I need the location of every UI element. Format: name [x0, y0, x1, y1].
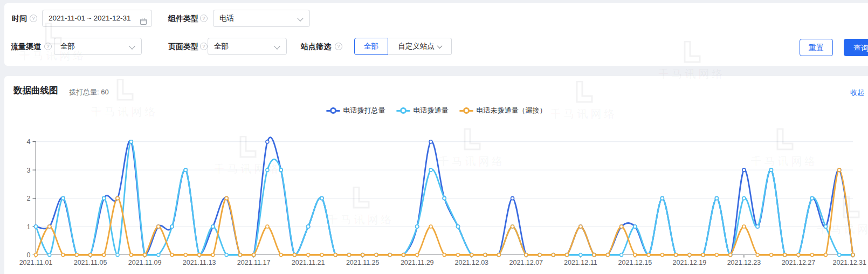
- svg-text:2021.12.03: 2021.12.03: [454, 259, 488, 266]
- svg-text:2021.11.13: 2021.11.13: [183, 259, 216, 266]
- reset-button[interactable]: 重置: [800, 39, 833, 56]
- svg-text:2021.11.29: 2021.11.29: [401, 259, 434, 266]
- calendar-icon[interactable]: [140, 15, 147, 31]
- site-filter-custom-label: 自定义站点: [398, 42, 435, 50]
- date-range-input[interactable]: 2021-11-01 ~ 2021-12-31: [42, 10, 152, 27]
- component-type-help-icon[interactable]: [200, 15, 208, 22]
- page-type-select[interactable]: 全部: [208, 38, 287, 55]
- dashboard-page: { "colors": { "primary": "#2468f2", "axi…: [0, 0, 868, 274]
- legend-label: 电话拨通量: [414, 106, 449, 115]
- svg-text:2021.12.23: 2021.12.23: [727, 259, 761, 266]
- traffic-channel-value: 全部: [60, 42, 75, 50]
- data-curve-card: 数据曲线图 拨打总量: 60 收起 电话拨打总量 电话拨通量 电话未拨通量（漏接…: [4, 76, 868, 274]
- chevron-down-icon: [274, 43, 280, 49]
- page-type-help-icon[interactable]: [200, 43, 208, 50]
- svg-text:2021.11.01: 2021.11.01: [19, 259, 53, 266]
- page-type-value: 全部: [214, 42, 229, 50]
- line-marker-icon: [396, 107, 410, 114]
- chart-legend: 电话拨打总量 电话拨通量 电话未拨通量（漏接）: [4, 106, 868, 115]
- filter-panel: 时间 2021-11-01 ~ 2021-12-31 组件类型 电话 流量渠道 …: [4, 3, 868, 66]
- svg-text:2021.11.09: 2021.11.09: [128, 259, 162, 266]
- traffic-channel-help-icon[interactable]: [44, 43, 52, 50]
- collapse-link[interactable]: 收起: [850, 88, 864, 98]
- svg-text:1: 1: [27, 223, 31, 231]
- site-filter-all-option[interactable]: 全部: [354, 38, 388, 55]
- svg-text:2021.12.07: 2021.12.07: [509, 259, 543, 266]
- legend-item-missed-calls[interactable]: 电话未拨通量（漏接）: [459, 106, 547, 115]
- page-type-label: 页面类型: [168, 38, 198, 55]
- svg-text:2021.11.05: 2021.11.05: [74, 259, 107, 266]
- legend-label: 电话拨打总量: [343, 106, 385, 115]
- svg-text:2: 2: [27, 195, 31, 202]
- svg-text:2021.11.21: 2021.11.21: [292, 259, 325, 266]
- site-filter-segmented: 全部 自定义站点: [354, 38, 452, 55]
- query-button[interactable]: 查询: [844, 39, 868, 56]
- time-help-icon[interactable]: [30, 15, 37, 22]
- traffic-channel-select[interactable]: 全部: [54, 38, 142, 55]
- svg-text:2021.12.27: 2021.12.27: [782, 259, 816, 266]
- svg-text:2021.11.25: 2021.11.25: [346, 259, 380, 266]
- site-filter-help-icon[interactable]: [335, 43, 342, 50]
- chart-total-calls: 拨打总量: 60: [69, 87, 109, 97]
- date-range-value: 2021-11-01 ~ 2021-12-31: [49, 14, 131, 22]
- chart-title: 数据曲线图: [13, 85, 58, 97]
- svg-text:2021.12.15: 2021.12.15: [618, 259, 652, 266]
- component-type-label: 组件类型: [168, 10, 198, 27]
- line-marker-icon: [459, 107, 473, 114]
- chevron-down-icon: [437, 43, 442, 49]
- svg-text:0: 0: [27, 251, 31, 259]
- legend-label: 电话未拨通量（漏接）: [477, 106, 547, 115]
- line-marker-icon: [326, 107, 340, 114]
- chevron-down-icon: [297, 15, 303, 21]
- component-type-value: 电话: [219, 14, 234, 22]
- legend-item-total-calls[interactable]: 电话拨打总量: [326, 106, 385, 115]
- component-type-select[interactable]: 电话: [213, 10, 310, 27]
- site-filter-label: 站点筛选: [301, 38, 331, 55]
- line-chart-plot[interactable]: 012342021.11.012021.11.052021.11.092021.…: [0, 124, 868, 274]
- svg-text:3: 3: [27, 167, 31, 174]
- svg-text:4: 4: [27, 138, 31, 146]
- traffic-channel-label: 流量渠道: [11, 38, 41, 55]
- chevron-down-icon: [129, 43, 135, 49]
- time-filter-label: 时间: [12, 10, 27, 27]
- legend-item-connected-calls[interactable]: 电话拨通量: [396, 106, 449, 115]
- svg-text:2021.12.19: 2021.12.19: [673, 259, 707, 266]
- svg-text:2021.12.11: 2021.12.11: [564, 259, 597, 266]
- svg-text:2021.12.31: 2021.12.31: [832, 259, 866, 266]
- svg-text:2021.11.17: 2021.11.17: [237, 259, 271, 266]
- site-filter-custom-option[interactable]: 自定义站点: [388, 38, 452, 55]
